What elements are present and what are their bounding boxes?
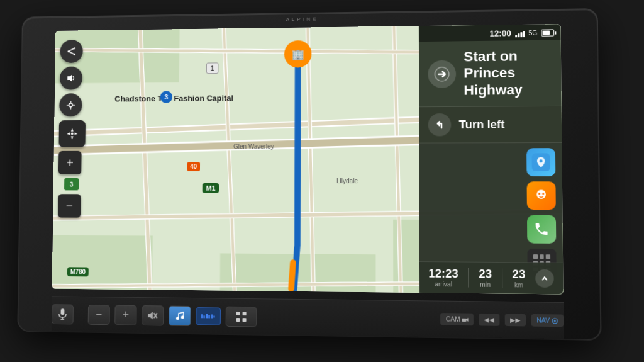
eta-bar: 12:23 arrival 23 min 23 km [419,261,564,294]
svg-rect-46 [61,308,65,315]
zoom-in-control[interactable]: + [58,151,82,174]
eta-divider-2 [502,268,502,288]
lilydale-label: Lilydale [336,178,358,184]
arrival-label: arrival [435,281,452,288]
km-value: 23 [512,268,525,281]
svg-rect-61 [243,312,247,315]
phone-app-icon[interactable] [527,215,556,244]
svg-rect-55 [203,315,205,318]
eta-minutes: 23 min [479,268,492,288]
glen-waverley-label: Glen Waverley [233,143,274,150]
svg-rect-54 [201,314,203,318]
grid-dot [533,254,538,259]
nav-instruction-main: Start on Princes Highway [419,40,562,107]
svg-point-42 [540,159,543,162]
grid-button[interactable] [226,306,257,327]
device-controls: − + [52,296,564,339]
signal-bar-1 [515,35,517,37]
signal-bar-3 [520,32,522,37]
arrival-value: 12:23 [428,267,458,281]
eta-chevron[interactable] [535,269,554,288]
svg-rect-63 [243,318,247,322]
svg-rect-59 [213,315,215,317]
minutes-value: 23 [479,268,492,281]
mute-button[interactable] [142,305,164,325]
nav-main-icon [428,60,456,88]
battery-fill [543,30,550,35]
signal-bars [515,29,525,37]
svg-rect-58 [211,314,213,318]
brand-label: ALPINE [286,16,319,23]
svg-marker-29 [67,74,72,82]
svg-rect-57 [208,315,210,318]
svg-marker-49 [148,312,153,319]
highway-badge-40: 40 [187,162,200,171]
svg-line-27 [69,48,75,52]
network-type: 5G [528,30,537,37]
share-control[interactable] [60,40,83,63]
svg-marker-36 [71,136,74,139]
volume-control[interactable] [60,66,83,89]
signal-bar-4 [523,31,525,37]
nav-sub-icon [428,113,452,136]
highway-badge-m1: M1 [203,183,219,193]
next-button[interactable]: ▶▶ [505,314,526,326]
map-controls: + 3 − [58,40,87,218]
svg-marker-37 [67,133,70,135]
svg-rect-56 [206,314,208,318]
svg-rect-64 [462,319,467,322]
svg-point-30 [69,103,73,107]
music-button[interactable] [169,305,191,326]
signal-bar-2 [518,33,519,37]
km-label: km [514,281,523,288]
device-unit: ALPINE [18,9,600,339]
plus-button[interactable]: + [114,305,136,325]
svg-line-28 [69,51,75,54]
prev-button[interactable]: ◀◀ [479,314,499,326]
svg-marker-38 [75,133,78,135]
svg-point-67 [554,320,556,322]
svg-rect-60 [236,311,240,315]
zoom-level-badge: 3 [64,178,79,191]
svg-marker-35 [71,128,74,132]
eta-km: 23 km [512,268,525,288]
zoom-out-control[interactable]: − [58,194,81,217]
media-display [196,307,221,325]
svg-rect-62 [236,318,240,322]
svg-point-39 [71,133,74,135]
svg-marker-65 [467,318,469,322]
cam-button[interactable]: CAM [441,313,474,325]
location-control[interactable] [59,93,82,116]
nav-main-text: Start on Princes Highway [464,48,552,99]
grid-dot [540,254,544,259]
screen: 🏢 Chadstone The Fashion Capital Glen Wav… [52,24,564,294]
arrival-time: 12:23 arrival [428,267,458,288]
move-control[interactable] [58,120,86,147]
destination-label: Chadstone The Fashion Capital [114,93,233,105]
spacer2 [262,317,435,319]
clock: 12:00 [489,28,511,38]
waze-app-icon[interactable] [527,181,556,210]
nav-instruction-sub: Turn left [419,106,562,144]
minutes-label: min [480,281,491,288]
nav-sub-text: Turn left [459,118,505,132]
nav-button[interactable]: NAV [531,314,564,327]
status-bar: 12:00 5G [419,24,561,42]
battery-icon [541,29,554,36]
highway-badge-m780: M780 [67,267,89,276]
minus-button[interactable]: − [88,304,110,324]
grid-dot [546,254,550,259]
mic-button[interactable] [52,304,74,324]
highway-badge-1: 1 [206,62,219,74]
svg-text:🏢: 🏢 [292,48,305,61]
maps-app-icon[interactable] [526,148,555,176]
eta-divider-1 [468,268,469,288]
nav-panel: 12:00 5G [419,24,564,294]
